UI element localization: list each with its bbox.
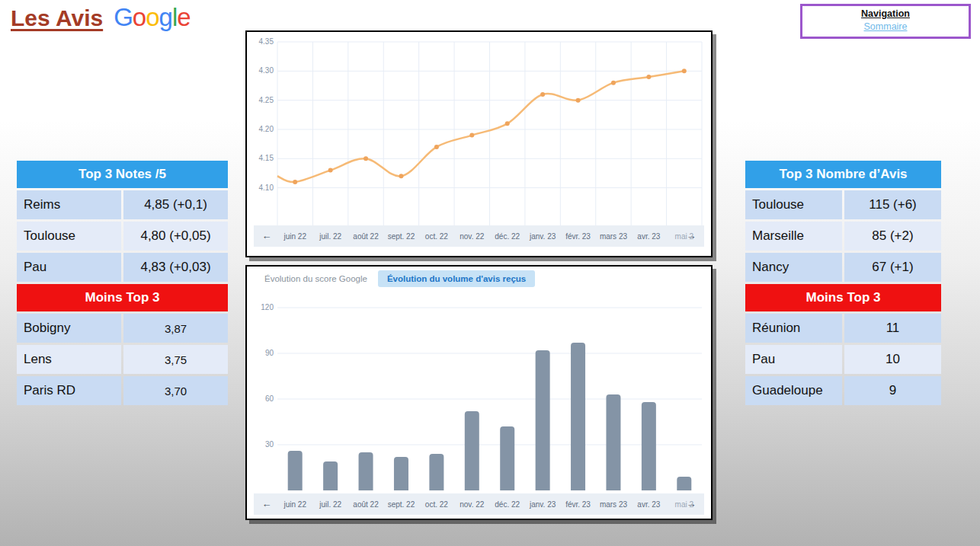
google-logo-letter: e — [177, 3, 190, 31]
google-logo-letter: g — [159, 3, 172, 31]
row-name: Marseille — [745, 222, 842, 251]
x-axis-label: juil. 22 — [319, 232, 341, 241]
header: Les Avis Google — [11, 3, 191, 32]
y-axis-tick: 4.15 — [259, 154, 274, 162]
y-axis-tick: 90 — [265, 349, 274, 357]
table-row: Toulouse 4,80 (+0,05) — [17, 222, 228, 251]
row-value: 67 (+1) — [844, 253, 941, 282]
x-axis-label: janv. 23 — [529, 500, 556, 509]
table-row: Nancy 67 (+1) — [745, 253, 941, 282]
data-point-marker[interactable] — [611, 81, 616, 85]
table-row: Paris RD 3,70 — [17, 376, 228, 405]
row-name: Guadeloupe — [745, 376, 842, 405]
row-value: 4,83 (+0,03) — [123, 253, 228, 282]
row-name: Pau — [745, 345, 842, 374]
volume-bar[interactable] — [642, 402, 656, 490]
data-point-marker[interactable] — [293, 180, 297, 184]
data-point-marker[interactable] — [682, 69, 687, 73]
row-value: 4,85 (+0,1) — [123, 190, 228, 219]
x-axis-label: avr. 23 — [637, 232, 660, 241]
x-axis-label: juil. 22 — [319, 500, 341, 509]
navigation-box: Navigation Sommaire — [800, 4, 971, 39]
table-row: Pau 4,83 (+0,03) — [17, 253, 228, 282]
y-axis-tick: 4.20 — [259, 125, 274, 133]
data-point-marker[interactable] — [328, 168, 333, 173]
data-point-marker[interactable] — [363, 156, 368, 161]
y-axis-tick: 4.35 — [259, 37, 274, 46]
table-row: Reims 4,85 (+0,1) — [17, 190, 228, 219]
row-name: Lens — [17, 345, 121, 374]
scroll-left-arrow[interactable]: ← — [262, 230, 272, 241]
x-axis-label: août 22 — [353, 500, 379, 509]
row-value: 11 — [844, 314, 941, 343]
google-logo: Google — [114, 3, 190, 32]
volume-bar[interactable] — [606, 394, 620, 490]
tab-score-google[interactable]: Évolution du score Google — [264, 274, 367, 283]
volume-bar[interactable] — [429, 454, 444, 490]
x-axis-label: mars 23 — [600, 232, 628, 241]
x-axis-label: oct. 22 — [425, 500, 448, 509]
y-axis-tick: 60 — [265, 394, 274, 403]
moins-top3-header: Moins Top 3 — [17, 284, 228, 311]
y-axis-tick: 4.25 — [259, 96, 274, 104]
score-line-chart: 4.354.304.254.204.154.10←→juin 22juil. 2… — [247, 32, 711, 256]
x-axis-label: mai 2 — [675, 232, 694, 241]
row-name: Toulouse — [17, 222, 121, 251]
x-axis-label: févr. 23 — [565, 232, 591, 241]
chart-tabs: Évolution du score Google Évolution du v… — [247, 267, 711, 291]
y-axis-tick: 120 — [261, 303, 274, 311]
moins-top3-header: Moins Top 3 — [745, 284, 941, 311]
volume-bar[interactable] — [677, 477, 691, 490]
volume-bar[interactable] — [359, 452, 373, 490]
row-name: Pau — [17, 253, 121, 282]
x-axis-label: nov. 22 — [460, 500, 484, 509]
x-axis-label: déc. 22 — [495, 232, 520, 241]
volume-chart-box: Évolution du score Google Évolution du v… — [245, 265, 713, 520]
google-logo-letter: G — [114, 3, 133, 31]
x-axis-label: oct. 22 — [425, 232, 448, 241]
row-value: 85 (+2) — [844, 222, 941, 251]
row-value: 9 — [844, 376, 941, 405]
row-value: 3,87 — [123, 314, 228, 343]
data-point-marker[interactable] — [540, 92, 545, 97]
volume-bar[interactable] — [288, 451, 303, 490]
volume-bar-chart: 120906030←→juin 22juil. 22août 22sept. 2… — [247, 291, 711, 519]
volume-bar[interactable] — [465, 411, 479, 490]
x-axis-label: sept. 22 — [388, 500, 415, 509]
volume-bar[interactable] — [500, 426, 514, 490]
data-point-marker[interactable] — [646, 75, 651, 79]
table-row: Guadeloupe 9 — [745, 376, 941, 405]
row-name: Paris RD — [17, 376, 121, 405]
score-line-series — [277, 71, 684, 182]
sommaire-link[interactable]: Sommaire — [864, 21, 908, 32]
x-axis-label: juin 22 — [283, 232, 306, 241]
table-row: Marseille 85 (+2) — [745, 222, 941, 251]
table-row: Bobigny 3,87 — [17, 314, 228, 343]
row-name: Toulouse — [745, 190, 842, 219]
y-axis-tick: 4.30 — [259, 66, 274, 75]
volume-bar[interactable] — [571, 343, 585, 490]
score-chart-box: 4.354.304.254.204.154.10←→juin 22juil. 2… — [245, 30, 713, 257]
tab-volume-avis[interactable]: Évolution du volume d'avis reçus — [378, 270, 535, 287]
volume-bar[interactable] — [394, 457, 408, 490]
x-axis-label: janv. 23 — [529, 232, 556, 241]
volume-table-header: Top 3 Nombre d’Avis — [745, 161, 941, 188]
x-axis-label: avr. 23 — [637, 500, 660, 509]
volume-bar[interactable] — [536, 350, 550, 490]
scroll-left-arrow[interactable]: ← — [262, 498, 272, 509]
data-point-marker[interactable] — [469, 133, 474, 138]
row-value: 3,70 — [123, 376, 228, 405]
notes-table: Top 3 Notes /5 Reims 4,85 (+0,1) Toulous… — [17, 161, 228, 405]
data-point-marker[interactable] — [399, 174, 403, 178]
row-name: Réunion — [745, 314, 842, 343]
data-point-marker[interactable] — [434, 145, 439, 149]
y-axis-tick: 4.10 — [259, 184, 274, 192]
table-row: Toulouse 115 (+6) — [745, 190, 941, 219]
data-point-marker[interactable] — [505, 121, 510, 126]
dashboard-slide: Les Avis Google Navigation Sommaire Top … — [0, 0, 980, 546]
row-value: 115 (+6) — [844, 190, 941, 219]
volume-bar[interactable] — [323, 461, 338, 490]
row-value: 10 — [844, 345, 941, 374]
y-axis-tick: 30 — [265, 440, 274, 449]
data-point-marker[interactable] — [576, 98, 581, 103]
